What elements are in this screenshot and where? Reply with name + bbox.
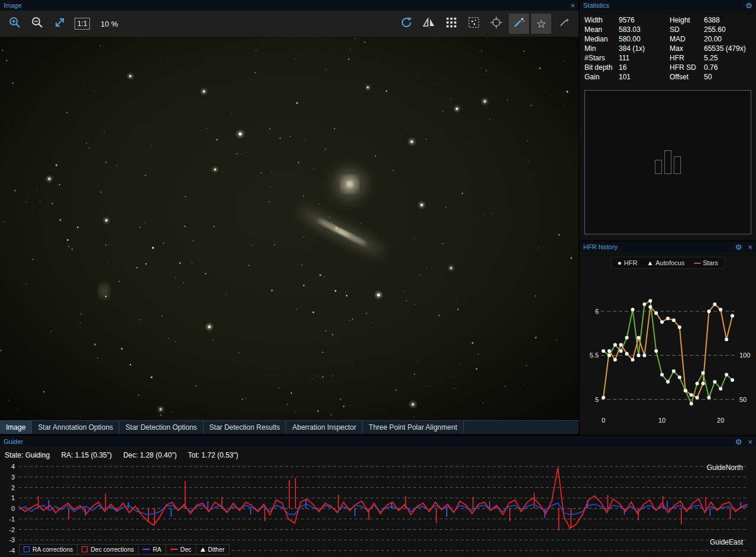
zoom-level-label: 10 % <box>101 20 118 28</box>
zoom-in-button[interactable] <box>5 14 25 34</box>
guide-north-label: GuideNorth <box>707 463 743 472</box>
close-icon[interactable]: × <box>748 438 752 446</box>
image-viewport[interactable] <box>0 37 579 420</box>
guider-panel: Guider ⚙ × State: Guiding RA: 1.15 (0.35… <box>0 436 756 557</box>
statistics-panel: Statistics ⚙ Width9576Height6388Mean583.… <box>580 0 756 240</box>
histogram-placeholder-icon <box>655 150 681 174</box>
tab-star-detection-options[interactable]: Star Detection Options <box>119 421 203 434</box>
legend-label: Autofocus <box>655 259 684 266</box>
svg-text:5.5: 5.5 <box>590 352 599 359</box>
fit-image-button[interactable] <box>50 14 70 34</box>
svg-text:10: 10 <box>658 417 665 424</box>
ra-corrections-swatch <box>24 546 30 552</box>
hfr-legend-item-stars[interactable]: —Stars <box>694 259 718 266</box>
tab-star-detection-results[interactable]: Star Detection Results <box>203 421 286 434</box>
guider-titlebar: Guider ⚙ × <box>0 436 756 447</box>
guider-state: State: Guiding <box>5 451 50 459</box>
svg-text:4: 4 <box>11 463 15 470</box>
annotate-button[interactable] <box>554 14 574 34</box>
legend-label: RA corrections <box>33 546 73 553</box>
legend-label: RA <box>153 546 161 553</box>
flip-horizontal-button[interactable] <box>419 14 439 34</box>
stat-label: Mean <box>584 25 619 34</box>
legend-label: HFR <box>624 259 638 266</box>
zoom-out-button[interactable] <box>27 14 47 34</box>
stat-value: 50 <box>704 72 751 82</box>
stat-value: 5.25 <box>704 53 751 63</box>
stat-value: 65535 (479x) <box>704 44 751 53</box>
legend-ra[interactable]: RA <box>138 544 166 555</box>
stat-label: Offset <box>670 72 704 82</box>
one-to-one-button[interactable]: 1:1 <box>72 14 92 34</box>
stat-label: HFR SD <box>670 63 704 72</box>
stat-value: 255.60 <box>704 25 751 34</box>
hfr-history-panel: HFR history ⚙ × ●HFR ▲Autofocus —Stars 5… <box>580 242 756 435</box>
hfr-legend: ●HFR ▲Autofocus —Stars <box>611 257 725 269</box>
svg-text:50: 50 <box>739 396 747 403</box>
stat-value: 101 <box>619 72 670 82</box>
grid-icon <box>445 16 458 31</box>
auto-stretch-button[interactable] <box>509 14 529 34</box>
stat-label: Min <box>584 44 619 53</box>
show-grid-button[interactable] <box>441 14 461 34</box>
image-panel-titlebar: Image × <box>0 0 579 11</box>
image-panel-title: Image <box>4 2 22 9</box>
stat-value: 583.03 <box>619 25 670 34</box>
toolbar-right-group: ☆ <box>395 14 575 34</box>
dither-triangle-icon <box>201 548 205 552</box>
svg-text:2: 2 <box>11 484 15 491</box>
hfr-history-titlebar: HFR history ⚙ × <box>580 242 756 252</box>
stat-label: Median <box>584 34 619 44</box>
svg-text:6: 6 <box>595 308 599 315</box>
tab-image[interactable]: Image <box>0 421 32 434</box>
flip-horizontal-icon <box>422 15 436 32</box>
triangle-icon: ▲ <box>647 259 653 266</box>
stat-label: Gain <box>584 72 619 82</box>
star-mask-button[interactable] <box>464 14 484 34</box>
legend-ra-corrections[interactable]: RA corrections <box>19 544 77 555</box>
dec-corrections-swatch <box>82 546 88 552</box>
rotate-image-button[interactable] <box>396 14 416 34</box>
hfr-legend-item-autofocus[interactable]: ▲Autofocus <box>647 259 684 266</box>
svg-text:-3: -3 <box>9 536 15 543</box>
settings-icon[interactable]: ⚙ <box>745 2 752 9</box>
svg-text:20: 20 <box>717 417 724 424</box>
legend-dec[interactable]: Dec <box>166 544 196 555</box>
tab-star-annotation-options[interactable]: Star Annotation Options <box>32 421 119 434</box>
guider-chart-wrap: -4-3-2-101234 GuideNorth GuideEast RA co… <box>4 463 752 555</box>
tab-aberration-inspector[interactable]: Aberration Inspector <box>286 421 363 434</box>
legend-dither[interactable]: Dither <box>196 544 230 555</box>
legend-dec-corrections[interactable]: Dec corrections <box>77 544 138 555</box>
astro-image <box>0 37 579 420</box>
tab-three-point-polar-alignment[interactable]: Three Point Polar Alignment <box>363 421 463 434</box>
stat-value: 0.76 <box>704 63 751 72</box>
svg-text:-4: -4 <box>9 547 15 553</box>
close-icon[interactable]: × <box>748 243 752 251</box>
svg-text:-1: -1 <box>9 516 15 523</box>
svg-text:0: 0 <box>602 417 605 424</box>
guider-dec: Dec: 1.28 (0.40") <box>123 451 176 459</box>
crosshair-button[interactable] <box>486 14 506 34</box>
dot-icon: ● <box>618 259 622 266</box>
detect-stars-button[interactable]: ☆ <box>531 14 551 34</box>
stat-label: Height <box>670 15 704 25</box>
legend-label: Dec <box>180 546 192 553</box>
statistics-grid: Width9576Height6388Mean583.03SD255.60Med… <box>580 11 756 82</box>
ra-line-swatch <box>143 549 150 550</box>
guide-east-label: GuideEast <box>710 538 743 546</box>
zoom-in-icon <box>8 16 21 31</box>
stat-value: 384 (1x) <box>619 44 670 53</box>
settings-icon[interactable]: ⚙ <box>735 438 742 446</box>
dec-line-swatch <box>170 549 177 550</box>
stat-value: 9576 <box>619 15 670 25</box>
zoom-out-icon <box>31 16 44 31</box>
hfr-legend-item-hfr[interactable]: ●HFR <box>618 259 637 266</box>
close-icon[interactable]: × <box>570 2 575 9</box>
legend-label: Dither <box>208 546 225 553</box>
stat-label: MAD <box>670 34 704 44</box>
star-mask-icon <box>467 16 480 31</box>
settings-icon[interactable]: ⚙ <box>735 243 742 251</box>
legend-label: Dec corrections <box>91 546 134 553</box>
hfr-history-title: HFR history <box>583 243 618 250</box>
guider-chart: -4-3-2-101234 <box>4 463 752 556</box>
